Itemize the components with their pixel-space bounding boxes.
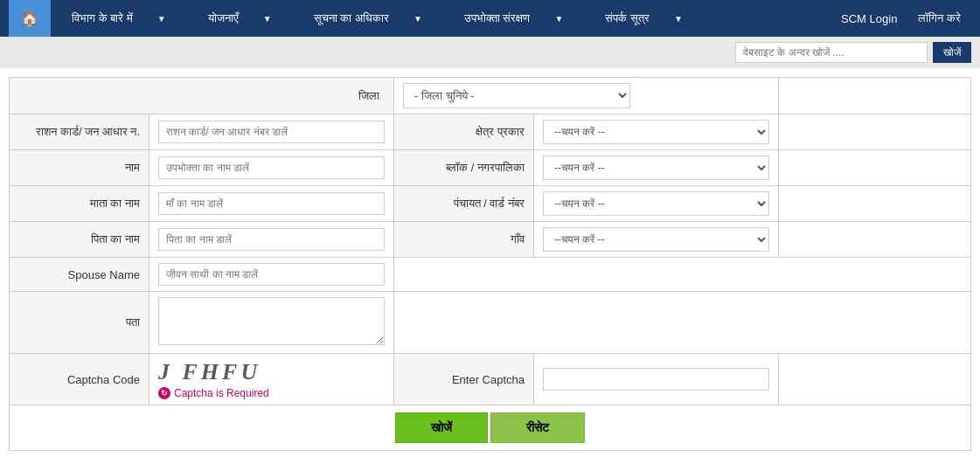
mother-input-cell	[149, 186, 394, 222]
father-label: पिता का नाम	[10, 222, 149, 258]
main-content: जिला - जिला चुनिये - राशन कार्ड/ जन आधार…	[0, 68, 980, 460]
panchayat-select-cell: --चयन करें --	[534, 186, 779, 222]
kshetra-select[interactable]: --चयन करें --	[543, 120, 769, 144]
block-label: ब्लॉक / नगरपालिका	[394, 150, 534, 186]
father-row: पिता का नाम गाँव --चयन करें --	[10, 222, 971, 258]
chevron-down-icon: ▼	[403, 0, 433, 37]
panchayat-select[interactable]: --चयन करें --	[543, 191, 769, 216]
ration-card-row: राशन कार्ड/ जन आधार न. क्षेत्र प्रकार --…	[10, 114, 971, 150]
kshetra-label: क्षेत्र प्रकार	[394, 114, 534, 150]
captcha-display-cell: J FHFU ↻ Captcha is Required	[149, 354, 394, 405]
navbar: 🏠 विभाग के बारे में ▼ योजनाएँ ▼ सूचना का…	[0, 0, 980, 37]
nav-soochna[interactable]: सूचना का अधिकार ▼	[293, 0, 443, 37]
address-textarea[interactable]	[158, 297, 385, 345]
search-form: जिला - जिला चुनिये - राशन कार्ड/ जन आधार…	[9, 77, 971, 451]
district-label: जिला	[358, 89, 379, 102]
nav-sampark[interactable]: संपर्क सूत्र ▼	[584, 0, 704, 37]
block-select-cell: --चयन करें --	[534, 150, 779, 186]
spouse-row: Spouse Name	[10, 258, 971, 292]
ration-card-input-cell	[149, 114, 394, 150]
enter-captcha-label: Enter Captcha	[394, 354, 534, 405]
form-search-button[interactable]: खोजें	[395, 412, 488, 443]
name-input-cell	[149, 150, 394, 186]
login-link[interactable]: लॉगिन करे	[907, 0, 971, 37]
father-input[interactable]	[158, 228, 385, 251]
captcha-input[interactable]	[543, 368, 769, 391]
address-input-cell	[149, 292, 394, 354]
captcha-error-icon: ↻	[158, 387, 170, 399]
captcha-row: Captcha Code J FHFU ↻ Captcha is Require…	[10, 354, 971, 405]
form-reset-button[interactable]: रीसेट	[490, 412, 585, 443]
district-select[interactable]: - जिला चुनिये -	[403, 83, 630, 108]
nav-vibhag[interactable]: विभाग के बारे में ▼	[51, 0, 187, 37]
captcha-code-label: Captcha Code	[10, 354, 149, 405]
chevron-down-icon: ▼	[664, 0, 693, 37]
spouse-name-input[interactable]	[158, 263, 385, 286]
nav-upbhokta[interactable]: उपभोक्ता संरक्षण ▼	[443, 0, 585, 37]
ration-card-input[interactable]	[158, 121, 385, 143]
captcha-image: J FHFU	[158, 359, 385, 385]
home-nav-button[interactable]: 🏠	[9, 0, 51, 37]
name-label: नाम	[10, 150, 149, 186]
gaon-select[interactable]: --चयन करें --	[543, 227, 769, 252]
address-row: पता	[10, 292, 971, 354]
nav-yojanaen[interactable]: योजनाएँ ▼	[187, 0, 293, 37]
right-nav: SCM Login लॉगिन करे	[831, 0, 971, 37]
captcha-error-message: ↻ Captcha is Required	[158, 387, 385, 399]
spouse-input-cell	[149, 258, 394, 292]
kshetra-select-cell: --चयन करें --	[534, 114, 779, 150]
father-input-cell	[149, 222, 394, 258]
address-label: पता	[10, 292, 149, 354]
buttons-row: खोजें रीसेट	[10, 405, 971, 451]
district-row: जिला - जिला चुनिये -	[10, 78, 971, 114]
chevron-down-icon: ▼	[147, 0, 177, 37]
chevron-down-icon: ▼	[253, 0, 282, 37]
mother-label: माता का नाम	[10, 186, 149, 222]
search-button[interactable]: खोजें	[933, 42, 971, 63]
name-row: नाम ब्लॉक / नगरपालिका --चयन करें --	[10, 150, 971, 186]
scm-login-link[interactable]: SCM Login	[831, 0, 907, 37]
name-input[interactable]	[158, 156, 385, 179]
search-bar: खोजें	[0, 37, 980, 68]
panchayat-label: पंचायत / वार्ड नंबर	[394, 186, 534, 222]
search-input[interactable]	[735, 42, 928, 63]
block-select[interactable]: --चयन करें --	[543, 156, 769, 180]
gaon-label: गाँव	[394, 222, 534, 258]
spouse-name-label: Spouse Name	[10, 258, 149, 292]
chevron-down-icon: ▼	[544, 0, 573, 37]
ration-card-label: राशन कार्ड/ जन आधार न.	[10, 114, 149, 150]
mother-row: माता का नाम पंचायत / वार्ड नंबर --चयन कर…	[10, 186, 971, 222]
enter-captcha-cell	[534, 354, 779, 405]
mother-input[interactable]	[158, 192, 385, 215]
gaon-select-cell: --चयन करें --	[534, 222, 779, 258]
